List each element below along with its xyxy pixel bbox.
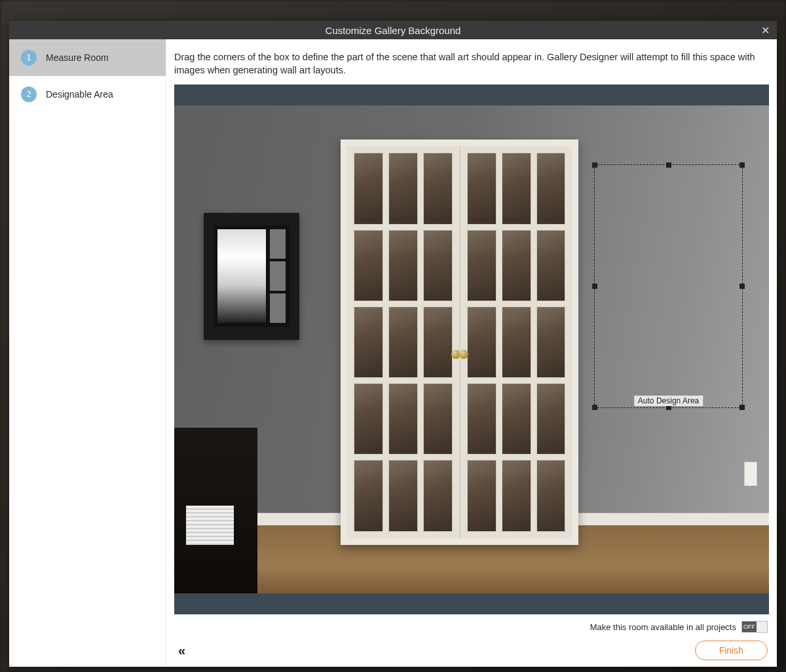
resize-handle-r[interactable] [739,284,745,289]
step-number: 2 [21,86,37,102]
customize-gallery-modal: Customize Gallery Background ✕ 1 Measure… [9,21,777,667]
resize-handle-br[interactable] [739,405,745,410]
toggle-state: OFF [742,622,757,632]
room-canvas-frame: Auto Design Area [174,84,769,614]
step-label: Measure Room [46,52,109,63]
wall-outlet [744,462,757,486]
finish-button[interactable]: Finish [695,641,768,660]
modal-title: Customize Gallery Background [326,25,461,36]
resize-handle-bl[interactable] [592,405,597,410]
book-stack [186,506,234,545]
resize-handle-l[interactable] [592,284,597,289]
resize-handle-t[interactable] [666,162,671,168]
chevron-double-left-icon: « [178,643,185,658]
back-button[interactable]: « [176,642,188,660]
design-area-selection[interactable]: Auto Design Area [594,164,743,408]
selection-label: Auto Design Area [634,396,703,406]
resize-handle-tr[interactable] [739,162,745,168]
step-measure-room[interactable]: 1 Measure Room [9,39,166,76]
room-photo[interactable]: Auto Design Area [174,105,769,593]
close-icon[interactable]: ✕ [757,22,773,38]
wizard-sidebar: 1 Measure Room 2 Designable Area [9,39,166,667]
share-room-label: Make this room available in all projects [590,622,736,632]
step-number: 1 [21,50,37,65]
wizard-main: Drag the corners of the box to define th… [166,39,777,667]
wizard-footer: Make this room available in all projects… [166,614,777,667]
modal-titlebar: Customize Gallery Background ✕ [9,21,777,39]
step-designable-area[interactable]: 2 Designable Area [9,76,166,113]
share-room-toggle[interactable]: OFF [741,621,768,633]
instructions-text: Drag the corners of the box to define th… [166,39,777,84]
resize-handle-tl[interactable] [592,162,597,168]
modal-body: 1 Measure Room 2 Designable Area Drag th… [9,39,777,667]
step-label: Designable Area [46,89,113,100]
french-doors [341,140,578,544]
wall-picture-frame [204,213,299,340]
